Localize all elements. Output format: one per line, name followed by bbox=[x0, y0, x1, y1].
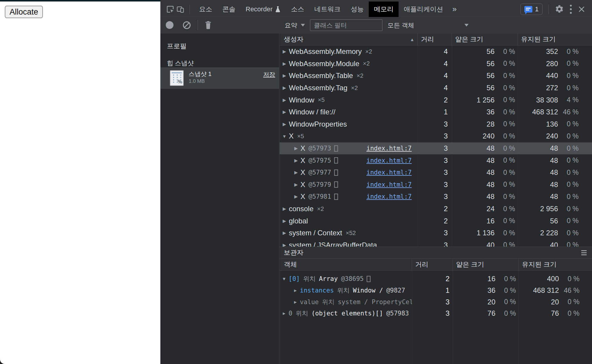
allocate-button[interactable]: Allocate bbox=[5, 6, 43, 18]
collapsed-arrow-icon[interactable]: ▶ bbox=[282, 206, 287, 211]
settings-gear-icon[interactable] bbox=[555, 4, 564, 14]
save-snapshot-link[interactable]: 저장 bbox=[263, 71, 275, 79]
source-link[interactable]: index.html:7 bbox=[366, 169, 412, 176]
heap-row[interactable]: ▶WindowProperties3280 %1360 % bbox=[280, 118, 592, 130]
constructor-name: WebAssembly.Module bbox=[289, 60, 359, 68]
collapsed-arrow-icon[interactable]: ▶ bbox=[282, 97, 287, 103]
collapsed-arrow-icon[interactable]: ▶ bbox=[282, 61, 287, 66]
collapsed-arrow-icon[interactable]: ▶ bbox=[294, 182, 298, 187]
tab-Recorder[interactable]: Recorder bbox=[241, 1, 286, 17]
column-header-retained-size[interactable]: 유지된 크기 bbox=[518, 33, 592, 45]
row-constructor-cell: ▶X@57979index.html:7 bbox=[280, 181, 418, 189]
collapsed-arrow-icon[interactable]: ▶ bbox=[294, 194, 298, 199]
shallow-size-value: 48 bbox=[452, 168, 495, 177]
collapsed-arrow-icon[interactable]: ▶ bbox=[293, 299, 298, 305]
issues-counter[interactable]: 1 bbox=[520, 4, 543, 15]
collapsed-arrow-icon[interactable]: ▶ bbox=[282, 230, 287, 236]
column-header-shallow-size[interactable]: 얕은 크기 bbox=[452, 33, 518, 45]
retainer-row[interactable]: ▶0위치(object elements)[]@579833760 %760 % bbox=[280, 308, 592, 319]
delete-snapshot-icon[interactable] bbox=[204, 21, 212, 29]
collapsed-arrow-icon[interactable]: ▶ bbox=[294, 146, 298, 151]
tab-애플리케이션[interactable]: 애플리케이션 bbox=[399, 1, 448, 17]
heap-row[interactable]: ▶console×22240 %2 9560 % bbox=[280, 203, 592, 215]
device-toolbar-icon[interactable] bbox=[175, 4, 185, 14]
profiles-title: 프로필 bbox=[167, 42, 187, 51]
shallow-size-cell: 480 % bbox=[452, 168, 518, 177]
distance-cell: 1 bbox=[412, 286, 453, 295]
constructor-name: X bbox=[300, 168, 305, 177]
collapsed-arrow-icon[interactable]: ▶ bbox=[282, 49, 287, 54]
collapsed-arrow-icon[interactable]: ▶ bbox=[282, 218, 287, 224]
column-header-retained-size[interactable]: 유지된 크기 bbox=[519, 259, 592, 270]
class-filter-input[interactable] bbox=[310, 19, 382, 31]
tab-네트워크[interactable]: 네트워크 bbox=[309, 1, 345, 17]
heap-row[interactable]: ▶WebAssembly.Memory×24560 %3520 % bbox=[280, 46, 592, 58]
perspective-select[interactable]: 요약 bbox=[285, 17, 305, 33]
shallow-size-cell: 560 % bbox=[452, 84, 518, 92]
heap-row[interactable]: ▶global2160 %560 % bbox=[280, 215, 592, 227]
collapsed-arrow-icon[interactable]: ▶ bbox=[282, 109, 287, 115]
collapsed-arrow-icon[interactable]: ▶ bbox=[282, 73, 287, 78]
close-devtools-icon[interactable] bbox=[578, 5, 585, 13]
constructor-name: X bbox=[300, 181, 305, 189]
column-header-shallow-size[interactable]: 얕은 크기 bbox=[453, 259, 519, 270]
collapsed-arrow-icon[interactable]: ▶ bbox=[282, 85, 287, 91]
retainer-property: value bbox=[300, 298, 319, 306]
heap-row[interactable]: ▶X@57975index.html:73480 %480 % bbox=[280, 154, 592, 167]
source-link[interactable]: index.html:7 bbox=[366, 145, 412, 152]
snapshot-list-item[interactable]: % 스냅샷 1 1.0 MB 저장 bbox=[160, 67, 279, 89]
heap-row[interactable]: ▼X×532400 %2400 % bbox=[280, 130, 592, 142]
panel-tabs: 요소콘솔Recorder소스네트워크성능메모리애플리케이션 bbox=[194, 1, 448, 17]
shallow-size-value: 1 256 bbox=[452, 96, 495, 104]
heap-row[interactable]: ▶X@57973index.html:73480 %480 % bbox=[280, 142, 592, 155]
source-link[interactable]: index.html:7 bbox=[366, 157, 412, 164]
heap-row[interactable]: ▶X@57977index.html:73480 %480 % bbox=[280, 167, 592, 179]
collapsed-arrow-icon[interactable]: ▶ bbox=[282, 311, 286, 316]
heap-row[interactable]: ▶Window×521 2560 %38 3084 % bbox=[280, 94, 592, 106]
heap-row[interactable]: ▶X@57979index.html:73480 %480 % bbox=[280, 179, 592, 191]
column-header-constructor[interactable]: 생성자 ▲ bbox=[280, 33, 418, 45]
retainers-menu-icon[interactable] bbox=[581, 250, 587, 255]
tab-label: 소스 bbox=[291, 5, 304, 14]
heap-row[interactable]: ▶WebAssembly.Tag×24560 %2720 % bbox=[280, 82, 592, 94]
tab-메모리[interactable]: 메모리 bbox=[369, 1, 399, 17]
expanded-arrow-icon[interactable]: ▼ bbox=[282, 134, 287, 139]
constructors-grid-header: 생성자 ▲ 거리 얕은 크기 유지된 크기 bbox=[280, 33, 592, 46]
collapsed-arrow-icon[interactable]: ▶ bbox=[294, 158, 298, 163]
shallow-size-percent: 0 % bbox=[495, 217, 518, 225]
tab-성능[interactable]: 성능 bbox=[345, 1, 369, 17]
heap-row[interactable]: ▶X@57981index.html:73480 %480 % bbox=[280, 191, 592, 203]
collapsed-arrow-icon[interactable]: ▶ bbox=[282, 122, 287, 127]
retainer-row[interactable]: ▶instances위치Window /@98271360 %468 31246… bbox=[280, 285, 592, 296]
source-link[interactable]: index.html:7 bbox=[366, 193, 412, 200]
inspect-element-icon[interactable] bbox=[165, 4, 175, 14]
collapsed-arrow-icon[interactable]: ▶ bbox=[293, 288, 298, 293]
source-link[interactable]: index.html:7 bbox=[366, 181, 412, 188]
distance-cell: 3 bbox=[418, 144, 452, 153]
collapsed-arrow-icon[interactable]: ▶ bbox=[294, 170, 298, 175]
heap-row[interactable]: ▶system / JSArrayBufferData3400 %400 % bbox=[280, 239, 592, 247]
expanded-arrow-icon[interactable]: ▼ bbox=[282, 276, 286, 281]
column-header-object[interactable]: 객체 bbox=[280, 259, 412, 270]
objects-scope-select[interactable]: 모든 객체 bbox=[388, 17, 471, 33]
heap-row[interactable]: ▶WebAssembly.Table×24560 %4400 % bbox=[280, 70, 592, 82]
shallow-size-value: 48 bbox=[452, 156, 495, 165]
window-top-edge bbox=[0, 0, 160, 1]
tab-소스[interactable]: 소스 bbox=[286, 1, 309, 17]
retained-size-value: 400 bbox=[519, 275, 559, 283]
collapsed-arrow-icon[interactable]: ▶ bbox=[282, 242, 287, 247]
heap-row[interactable]: ▶WebAssembly.Module×24560 %2800 % bbox=[280, 58, 592, 70]
shallow-size-percent: 0 % bbox=[495, 193, 518, 201]
tab-요소[interactable]: 요소 bbox=[194, 1, 217, 17]
retainer-row[interactable]: ▼[0]위치Array@386952160 %4000 % bbox=[280, 273, 592, 285]
column-header-distance[interactable]: 거리 bbox=[418, 33, 452, 45]
kebab-menu-icon[interactable] bbox=[569, 4, 572, 14]
retainer-row[interactable]: ▶value위치system / PropertyCell3200 %200 % bbox=[280, 296, 592, 308]
record-heap-snapshot-icon[interactable] bbox=[166, 21, 173, 29]
clear-profiles-icon[interactable] bbox=[182, 21, 191, 29]
heap-row[interactable]: ▶Window / file://1360 %468 31246 % bbox=[280, 106, 592, 118]
tab-콘솔[interactable]: 콘솔 bbox=[217, 1, 241, 17]
column-header-distance[interactable]: 거리 bbox=[412, 259, 453, 270]
more-tabs-chevron[interactable]: » bbox=[448, 4, 461, 14]
heap-row[interactable]: ▶system / Context×5231 1360 %2 2280 % bbox=[280, 227, 592, 239]
